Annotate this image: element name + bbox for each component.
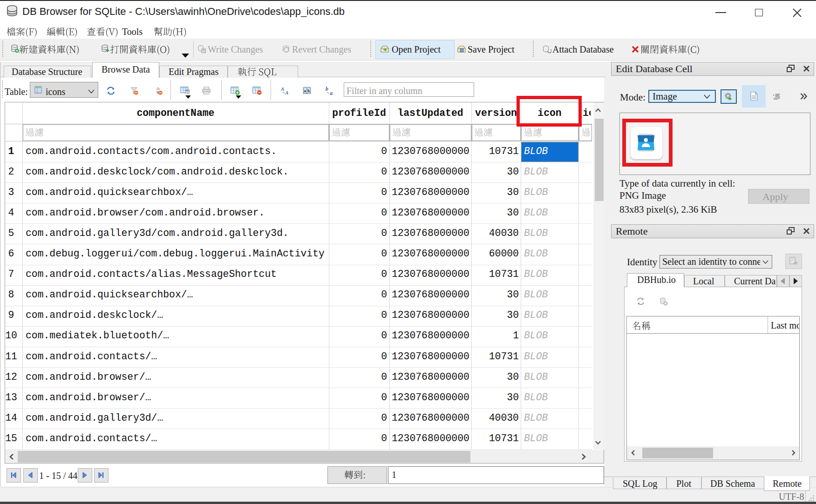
svg-text:A: A [281, 86, 284, 92]
svg-text:b: b [326, 86, 328, 92]
svg-text:b: b [308, 88, 310, 93]
svg-text:A: A [285, 90, 288, 95]
svg-text:a: a [330, 90, 333, 95]
